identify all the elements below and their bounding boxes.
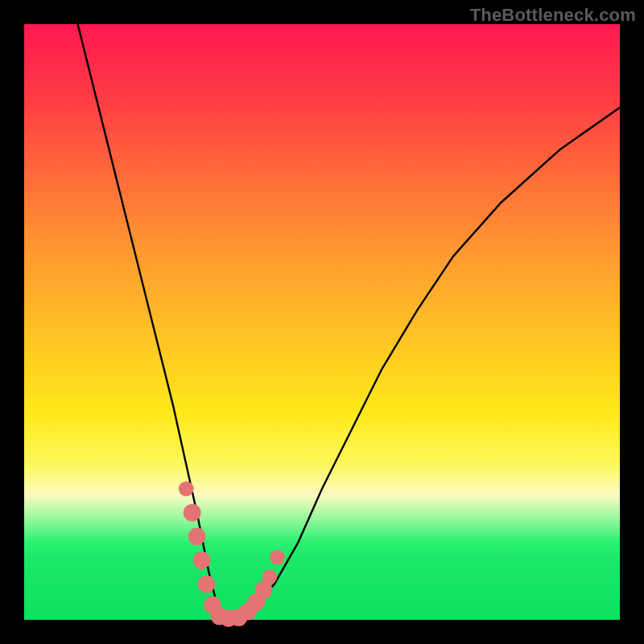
highlighted-point: [198, 576, 216, 593]
highlighted-point: [262, 569, 278, 584]
watermark-text: TheBottleneck.com: [470, 5, 636, 26]
highlighted-point: [179, 481, 194, 497]
bottleneck-curve-line: [78, 24, 620, 619]
highlighted-point: [184, 504, 201, 522]
highlighted-point: [188, 528, 206, 546]
highlighted-point: [193, 551, 211, 569]
highlighted-point: [270, 550, 285, 565]
chart-svg: [24, 24, 620, 620]
